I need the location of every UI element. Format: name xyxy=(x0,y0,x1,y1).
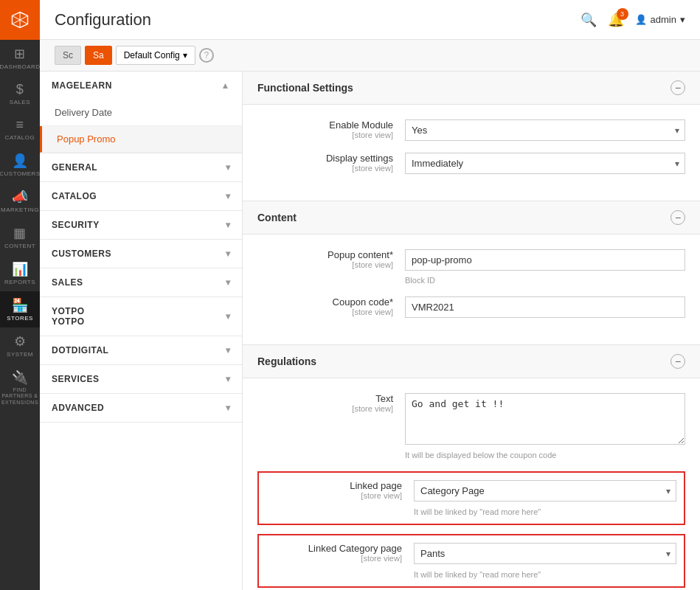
chevron-down-icon: ▾ xyxy=(226,345,231,355)
marketing-icon: 📣 xyxy=(12,189,29,205)
coupon-code-input[interactable] xyxy=(405,296,685,318)
chevron-down-icon: ▾ xyxy=(226,277,231,288)
tab-default-config[interactable]: Default Config ▾ xyxy=(116,46,195,65)
section-general: GENERAL ▾ xyxy=(40,153,242,182)
coupon-code-label: Coupon code* [store view] xyxy=(257,296,405,316)
linked-page-select[interactable]: Category Page CMS Page Custom URL xyxy=(414,480,676,502)
section-label-catalog: CATALOG xyxy=(52,191,97,201)
chevron-down-icon: ▾ xyxy=(226,162,231,173)
linked-page-highlight-box: Linked page [store view] Category Page C… xyxy=(257,471,685,525)
linked-page-row: Linked page [store view] Category Page C… xyxy=(266,480,676,516)
sidebar-item-label: SYSTEM xyxy=(7,351,33,358)
section-header-general[interactable]: GENERAL ▾ xyxy=(40,153,242,181)
left-panel: MAGELEARN ▲ Delivery Date Popup Promo GE… xyxy=(40,72,243,590)
display-settings-control: Immediately On scroll On delay xyxy=(405,153,685,174)
linked-category-page-select-wrapper: Pants Men Women Sale xyxy=(414,543,676,564)
enable-module-control: Yes No xyxy=(405,119,685,141)
section-header-security[interactable]: SECURITY ▾ xyxy=(40,211,242,239)
enable-module-select[interactable]: Yes No xyxy=(405,119,685,141)
popup-content-control: Block ID xyxy=(405,249,685,285)
coupon-code-row: Coupon code* [store view] xyxy=(257,296,685,318)
search-icon[interactable]: 🔍 xyxy=(581,12,597,28)
sidebar-item-customers[interactable]: 👤 CUSTOMERS xyxy=(0,147,40,183)
section-customers: CUSTOMERS ▾ xyxy=(40,240,242,268)
section-header-advanced[interactable]: ADVANCED ▾ xyxy=(40,394,242,422)
sidebar-item-stores[interactable]: 🏪 STORES xyxy=(0,291,40,327)
logo[interactable] xyxy=(0,0,40,40)
section-header-dotdigital[interactable]: DOTDIGITAL ▾ xyxy=(40,336,242,364)
sidebar-item-label: FIND PARTNERS & EXTENSIONS xyxy=(0,387,40,406)
section-expanded-magelearn: Delivery Date Popup Promo xyxy=(40,100,242,153)
sidebar-item-marketing[interactable]: 📣 MARKETING xyxy=(0,183,40,219)
sidebar-item-system[interactable]: ⚙ SYSTEM xyxy=(0,327,40,364)
collapse-functional-icon[interactable]: − xyxy=(670,80,685,95)
linked-category-page-highlight-box: Linked Category page [store view] Pants … xyxy=(257,534,685,588)
section-security: SECURITY ▾ xyxy=(40,211,242,240)
admin-avatar-icon: 👤 xyxy=(635,14,647,25)
top-header: Configuration 🔍 🔔 3 👤 admin ▾ xyxy=(40,0,700,40)
chevron-down-icon: ▾ xyxy=(226,191,231,201)
sidebar-item-label: REPORTS xyxy=(4,279,35,285)
regulations-section-body: Text [store view] Go and get it !! It wi… xyxy=(243,378,700,590)
section-header-sales[interactable]: SALES ▾ xyxy=(40,268,242,296)
section-label-dotdigital: DOTDIGITAL xyxy=(52,345,108,355)
admin-user-menu[interactable]: 👤 admin ▾ xyxy=(635,14,685,25)
sidebar-item-dashboard[interactable]: ⊞ DASHBOARD xyxy=(0,40,40,76)
section-label-advanced: ADVANCED xyxy=(52,403,104,413)
main-wrapper: Configuration 🔍 🔔 3 👤 admin ▾ Sc Sa Defa… xyxy=(40,0,700,590)
functional-settings-title: Functional Settings xyxy=(257,82,353,94)
chevron-up-icon: ▲ xyxy=(221,80,230,91)
collapse-regulations-icon[interactable]: − xyxy=(670,354,685,369)
content-area: MAGELEARN ▲ Delivery Date Popup Promo GE… xyxy=(40,72,700,590)
regulations-section-header[interactable]: Regulations − xyxy=(243,345,700,378)
functional-settings-section: Functional Settings − Enable Module [sto… xyxy=(243,72,700,201)
section-dotdigital: DOTDIGITAL ▾ xyxy=(40,336,242,365)
tab-scope[interactable]: Sc xyxy=(55,46,81,65)
sidebar-item-label: CUSTOMERS xyxy=(0,170,40,177)
content-section-header[interactable]: Content − xyxy=(243,201,700,235)
chevron-down-icon: ▾ xyxy=(226,249,231,259)
tab-save[interactable]: Sa xyxy=(85,46,112,65)
linked-category-page-control: Pants Men Women Sale It will be linked b… xyxy=(414,543,676,579)
chevron-down-icon: ▾ xyxy=(226,311,231,322)
sidebar-item-sales[interactable]: $ SALES xyxy=(0,76,40,111)
section-header-customers[interactable]: CUSTOMERS ▾ xyxy=(40,240,242,268)
page-title: Configuration xyxy=(55,10,151,30)
chevron-down-icon: ▾ xyxy=(226,403,231,413)
chevron-down-icon: ▾ xyxy=(183,50,187,60)
text-hint: It will be displayed below the coupon co… xyxy=(405,451,556,459)
linked-page-hint: It will be linked by "read more here" xyxy=(414,507,541,516)
linked-page-select-wrapper: Category Page CMS Page Custom URL xyxy=(414,480,676,502)
section-header-magelearn[interactable]: MAGELEARN ▲ xyxy=(40,72,242,100)
sidebar-item-delivery-date[interactable]: Delivery Date xyxy=(40,100,242,126)
section-magelearn: MAGELEARN ▲ Delivery Date Popup Promo xyxy=(40,72,242,153)
sidebar-item-popup-promo[interactable]: Popup Promo xyxy=(40,126,242,153)
popup-content-input[interactable] xyxy=(405,249,685,271)
help-icon[interactable]: ? xyxy=(199,48,214,63)
sidebar-item-reports[interactable]: 📊 REPORTS xyxy=(0,255,40,291)
functional-settings-header[interactable]: Functional Settings − xyxy=(243,72,700,105)
display-settings-select[interactable]: Immediately On scroll On delay xyxy=(405,153,685,174)
section-header-services[interactable]: SERVICES ▾ xyxy=(40,365,242,393)
sidebar-item-label: CATALOG xyxy=(5,134,35,141)
linked-category-page-label: Linked Category page [store view] xyxy=(266,543,414,563)
chevron-down-icon: ▾ xyxy=(226,220,231,230)
linked-category-page-select[interactable]: Pants Men Women Sale xyxy=(414,543,676,564)
display-settings-row: Display settings [store view] Immediatel… xyxy=(257,153,685,174)
text-label: Text [store view] xyxy=(257,393,405,413)
collapse-content-icon[interactable]: − xyxy=(670,210,685,225)
notifications-icon[interactable]: 🔔 3 xyxy=(608,12,624,28)
catalog-icon: ≡ xyxy=(15,117,24,133)
coupon-code-control xyxy=(405,296,685,318)
section-header-yotpo[interactable]: YOTPOYOTPO ▾ xyxy=(40,297,242,336)
text-textarea[interactable]: Go and get it !! xyxy=(405,393,685,445)
sidebar-item-content[interactable]: ▦ CONTENT xyxy=(0,219,40,255)
section-header-catalog[interactable]: CATALOG ▾ xyxy=(40,182,242,210)
section-label-yotpo: YOTPOYOTPO xyxy=(52,306,85,327)
chevron-down-icon: ▾ xyxy=(226,374,231,384)
popup-content-row: Popup content* [store view] Block ID xyxy=(257,249,685,285)
right-panel: Functional Settings − Enable Module [sto… xyxy=(243,72,700,590)
sidebar-item-catalog[interactable]: ≡ CATALOG xyxy=(0,111,40,147)
linked-page-label: Linked page [store view] xyxy=(266,480,414,500)
sidebar-item-partners[interactable]: 🔌 FIND PARTNERS & EXTENSIONS xyxy=(0,364,40,412)
